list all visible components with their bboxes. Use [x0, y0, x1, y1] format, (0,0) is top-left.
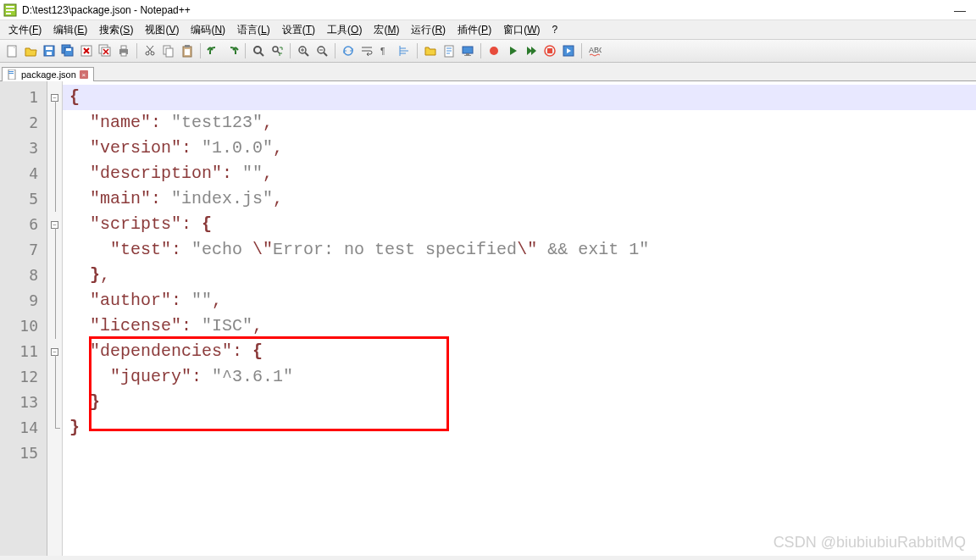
- fold-cell: [47, 161, 62, 186]
- play-saved-button[interactable]: [560, 42, 577, 59]
- save-icon: [42, 44, 56, 58]
- fold-cell: [47, 136, 62, 161]
- undo-icon: [207, 44, 220, 58]
- code-line[interactable]: "author": "",: [63, 288, 976, 313]
- replace-button[interactable]: [269, 42, 286, 59]
- line-number: 2: [0, 110, 47, 136]
- find-icon: [252, 44, 265, 58]
- svg-rect-20: [166, 48, 173, 57]
- code-line[interactable]: "version": "1.0.0",: [63, 136, 976, 161]
- app-icon: [3, 3, 17, 17]
- open-file-button[interactable]: [22, 42, 39, 59]
- svg-rect-15: [121, 46, 126, 49]
- zoom-out-button[interactable]: [313, 42, 330, 59]
- fold-column: −−−: [47, 81, 63, 556]
- indent-guide-icon: [397, 44, 411, 58]
- menu-语言[interactable]: 语言(L): [232, 21, 275, 39]
- code-line[interactable]: "main": "index.js",: [63, 186, 976, 212]
- code-line[interactable]: }: [63, 415, 976, 441]
- menu-编辑[interactable]: 编辑(E): [48, 21, 92, 39]
- menu-设置[interactable]: 设置(T): [277, 21, 320, 39]
- word-wrap-icon: [360, 44, 374, 58]
- close-button[interactable]: [78, 42, 95, 59]
- save-button[interactable]: [41, 42, 58, 59]
- svg-rect-7: [47, 52, 52, 55]
- fold-cell: [47, 263, 62, 288]
- menu-视图[interactable]: 视图(V): [140, 21, 184, 39]
- svg-point-17: [146, 52, 149, 55]
- line-number: 10: [0, 313, 47, 339]
- line-number: 6: [0, 212, 47, 237]
- menu-插件[interactable]: 插件(P): [452, 21, 496, 39]
- record-icon: [487, 44, 501, 58]
- code-line[interactable]: "license": "ISC",: [63, 313, 976, 339]
- folder-button[interactable]: [422, 42, 439, 59]
- code-line[interactable]: "dependencies": {: [63, 339, 976, 364]
- doc-button[interactable]: [441, 42, 458, 59]
- svg-rect-31: [466, 53, 469, 55]
- line-number: 5: [0, 186, 47, 212]
- monitor-icon: [461, 44, 474, 58]
- svg-rect-22: [185, 45, 190, 47]
- print-button[interactable]: [115, 42, 132, 59]
- code-area[interactable]: { "name": "test123", "version": "1.0.0",…: [63, 81, 976, 556]
- code-line[interactable]: [63, 441, 976, 466]
- new-file-button[interactable]: [3, 42, 20, 59]
- watermark: CSDN @biubiubiuRabbitMQ: [774, 534, 966, 552]
- tab-package-json[interactable]: package.json ×: [2, 67, 94, 81]
- svg-rect-3: [6, 13, 11, 14]
- save-all-button[interactable]: [59, 42, 76, 59]
- copy-button[interactable]: [160, 42, 177, 59]
- paste-button[interactable]: [179, 42, 196, 59]
- find-button[interactable]: [250, 42, 267, 59]
- zoom-in-icon: [297, 44, 310, 58]
- fold-cell: [47, 110, 62, 136]
- line-number: 15: [0, 441, 47, 466]
- fold-cell: [47, 364, 62, 390]
- menu-编码[interactable]: 编码(N): [186, 21, 230, 39]
- menu-?[interactable]: ?: [546, 22, 563, 37]
- spell-check-button[interactable]: ABC: [586, 42, 603, 59]
- record-stop-button[interactable]: [541, 42, 558, 59]
- code-line[interactable]: }: [63, 390, 976, 415]
- sync-button[interactable]: [340, 42, 357, 59]
- line-number: 8: [0, 263, 47, 288]
- show-all-button[interactable]: ¶: [377, 42, 394, 59]
- play-multi-button[interactable]: [523, 42, 540, 59]
- code-line[interactable]: {: [63, 85, 976, 110]
- menu-bar: 文件(F)编辑(E)搜索(S)视图(V)编码(N)语言(L)设置(T)工具(O)…: [0, 20, 976, 39]
- line-number: 3: [0, 136, 47, 161]
- code-line[interactable]: },: [63, 263, 976, 288]
- play-button[interactable]: [504, 42, 521, 59]
- code-line[interactable]: "jquery": "^3.6.1": [63, 364, 976, 390]
- menu-工具[interactable]: 工具(O): [322, 21, 367, 39]
- menu-文件[interactable]: 文件(F): [3, 21, 47, 39]
- menu-搜索[interactable]: 搜索(S): [94, 21, 138, 39]
- indent-guide-button[interactable]: [396, 42, 413, 59]
- menu-宏[interactable]: 宏(M): [369, 21, 404, 39]
- menu-窗口[interactable]: 窗口(W): [498, 21, 545, 39]
- svg-rect-30: [463, 47, 473, 53]
- svg-rect-23: [185, 49, 190, 55]
- menu-运行[interactable]: 运行(R): [406, 21, 451, 39]
- file-icon: [8, 69, 18, 80]
- play-saved-icon: [562, 44, 575, 58]
- close-tab-icon[interactable]: ×: [80, 70, 88, 79]
- zoom-in-button[interactable]: [295, 42, 312, 59]
- editor-area[interactable]: 123456789101112131415 −−− { "name": "tes…: [0, 81, 976, 556]
- code-line[interactable]: "test": "echo \"Error: no test specified…: [63, 237, 976, 263]
- cut-button[interactable]: [141, 42, 158, 59]
- svg-rect-40: [8, 73, 14, 74]
- code-line[interactable]: "name": "test123",: [63, 110, 976, 136]
- close-all-button[interactable]: [97, 42, 114, 59]
- monitor-button[interactable]: [459, 42, 476, 59]
- line-number: 14: [0, 415, 47, 441]
- word-wrap-button[interactable]: [358, 42, 375, 59]
- svg-rect-2: [6, 9, 14, 11]
- code-line[interactable]: "description": "",: [63, 161, 976, 186]
- record-button[interactable]: [485, 42, 502, 59]
- code-line[interactable]: "scripts": {: [63, 212, 976, 237]
- redo-button[interactable]: [224, 42, 241, 59]
- undo-button[interactable]: [205, 42, 222, 59]
- minimize-button[interactable]: —: [954, 3, 966, 17]
